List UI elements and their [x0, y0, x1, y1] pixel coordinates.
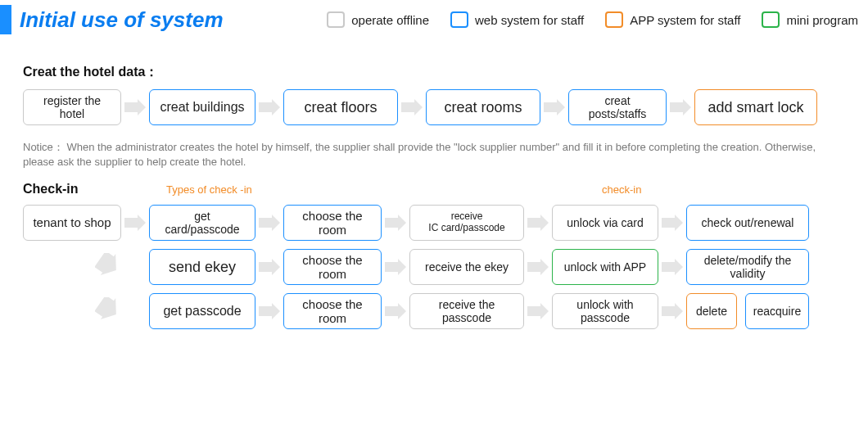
- arrow-down-right-icon: [93, 251, 121, 283]
- legend-app: APP system for staff: [605, 11, 740, 28]
- spacer: [23, 293, 121, 329]
- title-marker-icon: [0, 5, 11, 34]
- legend: operate offline web system for staff APP…: [327, 11, 858, 28]
- arrow-right-icon: [398, 98, 426, 116]
- checkin-row-c: get passcode choose the room receive the…: [23, 293, 845, 329]
- swatch-gray-icon: [327, 11, 345, 28]
- legend-web-label: web system for staff: [475, 13, 584, 27]
- arrow-right-icon: [382, 214, 409, 232]
- arrow-right-icon: [524, 258, 552, 276]
- section-hotel-data-title: Creat the hotel data：: [23, 64, 845, 81]
- title-bar: Initial use of system operate offline we…: [0, 0, 868, 39]
- node-send-ekey: send ekey: [149, 249, 255, 285]
- arrow-right-icon: [121, 98, 149, 116]
- node-add-smart-lock: add smart lock: [694, 89, 817, 125]
- section-checkin: Check-in Types of check -in check-in ten…: [0, 177, 868, 341]
- node-receive-ic: receive IC card/passcode: [409, 205, 524, 241]
- node-creat-rooms: creat rooms: [426, 89, 540, 125]
- node-delete-modify: delete/modify the validity: [686, 249, 809, 285]
- arrow-right-icon: [658, 258, 686, 276]
- arrow-right-icon: [255, 302, 283, 320]
- arrow-right-icon: [255, 214, 283, 232]
- node-delete: delete: [686, 293, 737, 329]
- arrow-right-icon: [382, 302, 409, 320]
- arrow-right-icon: [540, 98, 568, 116]
- label-checkin: check-in: [602, 183, 641, 196]
- node-choose-room-b: choose the room: [283, 249, 382, 285]
- node-reacquire: reacquire: [745, 293, 809, 329]
- page-title: Initial use of system: [20, 7, 224, 33]
- legend-mini-label: mini program: [786, 13, 858, 27]
- legend-offline: operate offline: [327, 11, 429, 28]
- node-unlock-app: unlock with APP: [552, 249, 658, 285]
- node-tenant-to-shop: tenant to shop: [23, 205, 121, 241]
- node-unlock-passcode: unlock with passcode: [552, 293, 658, 329]
- spacer: [23, 249, 121, 285]
- section-hotel-data: Creat the hotel data： register the hotel…: [0, 39, 868, 137]
- node-receive-passcode: receive the passcode: [409, 293, 524, 329]
- arrow-right-icon: [658, 214, 686, 232]
- node-receive-ekey: receive the ekey: [409, 249, 524, 285]
- node-choose-room-a: choose the room: [283, 205, 382, 241]
- label-types-checkin: Types of check -in: [166, 183, 252, 196]
- node-creat-floors: creat floors: [283, 89, 398, 125]
- node-get-card: get card/passcode: [149, 205, 255, 241]
- section-checkin-title: Check-in: [23, 182, 79, 197]
- node-checkout-renewal: check out/renewal: [686, 205, 809, 241]
- legend-app-label: APP system for staff: [630, 13, 740, 27]
- arrow-right-icon: [121, 214, 149, 232]
- legend-offline-label: operate offline: [351, 13, 429, 27]
- legend-mini: mini program: [762, 11, 858, 28]
- node-choose-room-c: choose the room: [283, 293, 382, 329]
- arrow-right-icon: [667, 98, 694, 116]
- arrow-right-icon: [658, 302, 686, 320]
- swatch-green-icon: [762, 11, 780, 28]
- arrow-right-icon: [255, 98, 283, 116]
- arrow-right-icon: [382, 258, 409, 276]
- hotel-data-row: register the hotel creat buildings creat…: [23, 89, 845, 125]
- swatch-blue-icon: [450, 11, 468, 28]
- node-creat-posts: creat posts/staffs: [568, 89, 667, 125]
- node-get-passcode: get passcode: [149, 293, 255, 329]
- checkin-row-b: send ekey choose the room receive the ek…: [23, 249, 845, 285]
- arrow-down-right-icon: [93, 295, 121, 328]
- node-creat-buildings: creat buildings: [149, 89, 255, 125]
- checkin-row-a: tenant to shop get card/passcode choose …: [23, 205, 845, 241]
- arrow-right-icon: [255, 258, 283, 276]
- swatch-orange-icon: [605, 11, 623, 28]
- arrow-right-icon: [524, 214, 552, 232]
- node-register-hotel: register the hotel: [23, 89, 121, 125]
- node-unlock-card: unlock via card: [552, 205, 658, 241]
- arrow-right-icon: [524, 302, 552, 320]
- legend-web: web system for staff: [450, 11, 584, 28]
- notice-text: Notice： When the administrator creates t…: [0, 137, 868, 177]
